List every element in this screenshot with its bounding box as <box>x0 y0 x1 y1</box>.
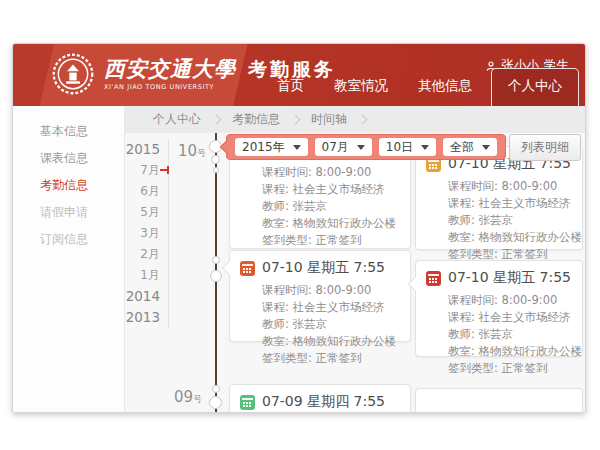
year-select-value: 2015年 <box>242 139 285 156</box>
timeline-month-07[interactable]: 7月 <box>125 160 168 181</box>
card-row-course: 课程: 社会主义市场经济 <box>448 195 572 212</box>
card-row-time: 课程时间: 8:00-9:00 <box>448 292 572 309</box>
card-row-teacher: 教师: 张芸京 <box>448 326 572 343</box>
app-header: 西安交通大學 XI'AN JIAO TONG UNIVERSITY 考勤服务 张… <box>13 44 585 106</box>
card-row-room: 教室: 格物致知行政办公楼 <box>262 215 400 232</box>
sidebar-item-subscription-info[interactable]: 订阅信息 <box>13 226 124 253</box>
card-row-signtype: 签到类型: 正常签到 <box>448 360 572 377</box>
timeline-month-01[interactable]: 1月 <box>125 265 168 286</box>
card-header: 07-10 星期五 7:55 <box>416 261 582 289</box>
filter-pointer-icon <box>220 140 234 154</box>
attendance-card: 07-10 星期五 7:55 课程时间: 8:00-9:00 课程: 社会主义市… <box>229 250 411 342</box>
card-row-room: 教室: 格物致知行政办公楼 <box>448 229 572 246</box>
scope-select[interactable]: 全部 <box>443 138 497 156</box>
university-logo-icon <box>51 52 95 96</box>
day-number: 10 <box>178 142 197 160</box>
timeline-area: 2015 7月 6月 5月 3月 2月 1月 2014 2013 10号 09号 <box>125 133 585 413</box>
card-row-teacher: 教师: 张芸京 <box>262 316 400 333</box>
timeline-node <box>209 396 222 409</box>
top-nav: 首页 教室情况 其他信息 个人中心 <box>262 68 579 106</box>
chevron-right-icon <box>358 115 368 125</box>
card-row-course: 课程: 社会主义市场经济 <box>448 309 572 326</box>
list-detail-button[interactable]: 列表明细 <box>509 134 581 161</box>
timeline-month-02[interactable]: 2月 <box>125 244 168 265</box>
attendance-card-stub <box>415 388 583 413</box>
card-title: 07-10 星期五 7:55 <box>262 259 385 277</box>
calendar-icon <box>240 395 255 410</box>
nav-classrooms[interactable]: 教室情况 <box>319 77 403 106</box>
calendar-icon <box>426 271 441 286</box>
timeline-year-2013[interactable]: 2013 <box>125 307 168 328</box>
main-panel: 个人中心 考勤信息 时间轴 2015 7月 6月 5月 3月 2月 1月 201… <box>125 106 585 413</box>
timeline-year-2014[interactable]: 2014 <box>125 286 168 307</box>
timeline-node <box>212 256 220 264</box>
selected-month-marker-icon <box>160 169 169 171</box>
breadcrumb: 个人中心 考勤信息 时间轴 <box>125 106 585 133</box>
month-label: 7月 <box>140 163 160 177</box>
month-select[interactable]: 07月 <box>315 138 372 156</box>
calendar-icon <box>240 261 255 276</box>
university-name-cn: 西安交通大學 <box>104 57 236 81</box>
year-select[interactable]: 2015年 <box>235 138 308 156</box>
nav-home[interactable]: 首页 <box>262 77 319 106</box>
date-filter-bar: 2015年 07月 10日 全部 <box>226 134 506 160</box>
timeline-year-2015[interactable]: 2015 <box>125 139 168 160</box>
chevron-right-icon <box>291 115 301 125</box>
sidebar-item-attendance-info[interactable]: 考勤信息 <box>13 172 124 199</box>
caret-down-icon <box>357 145 365 150</box>
nav-personal-center[interactable]: 个人中心 <box>491 68 579 106</box>
card-row-teacher: 教师: 张芸京 <box>262 198 400 215</box>
card-row-teacher: 教师: 张芸京 <box>448 212 572 229</box>
app-window: 西安交通大學 XI'AN JIAO TONG UNIVERSITY 考勤服务 张… <box>12 43 586 413</box>
day-label-10: 10号 <box>178 141 206 160</box>
day-label-09: 09号 <box>174 387 202 406</box>
card-row-time: 课程时间: 8:00-9:00 <box>448 178 572 195</box>
card-title: 07-10 星期五 7:55 <box>448 269 571 287</box>
card-body: 课程时间: 8:00-9:00 课程: 社会主义市场经济 教师: 张芸京 教室:… <box>416 289 582 385</box>
day-suffix: 号 <box>197 148 206 158</box>
month-select-value: 07月 <box>322 139 349 156</box>
sidebar-item-basic-info[interactable]: 基本信息 <box>13 118 124 145</box>
breadcrumb-attendance-info[interactable]: 考勤信息 <box>226 111 286 128</box>
card-row-time: 课程时间: 8:00-9:00 <box>262 164 400 181</box>
chevron-right-icon <box>212 115 222 125</box>
university-name-en: XI'AN JIAO TONG UNIVERSITY <box>104 83 236 91</box>
card-row-room: 教室: 格物致知行政办公楼 <box>262 333 400 350</box>
breadcrumb-personal-center[interactable]: 个人中心 <box>147 111 207 128</box>
day-select[interactable]: 10日 <box>379 138 436 156</box>
timeline-node <box>213 167 219 173</box>
timeline-node <box>212 385 220 393</box>
card-header: 07-09 星期四 7:55 <box>230 385 410 413</box>
sidebar: 基本信息 课表信息 考勤信息 请假申请 订阅信息 <box>13 106 125 413</box>
day-suffix: 号 <box>193 394 202 404</box>
nav-other-info[interactable]: 其他信息 <box>403 77 487 106</box>
card-body: 课程时间: 8:00-9:00 课程: 社会主义市场经济 教师: 张芸京 教室:… <box>416 175 582 271</box>
caret-down-icon <box>293 145 301 150</box>
scope-select-value: 全部 <box>450 139 474 156</box>
card-row-course: 课程: 社会主义市场经济 <box>262 181 400 198</box>
attendance-card: 07-09 星期四 7:55 <box>229 384 411 413</box>
day-number: 09 <box>174 388 193 406</box>
timeline-month-06[interactable]: 6月 <box>125 181 168 202</box>
attendance-card: 07-10 星期五 7:55 课程时间: 8:00-9:00 课程: 社会主义市… <box>415 260 583 357</box>
card-row-signtype: 签到类型: 正常签到 <box>262 232 400 249</box>
timeline-node <box>210 270 222 282</box>
card-header: 07-10 星期五 7:55 <box>230 251 410 279</box>
caret-down-icon <box>482 145 490 150</box>
card-row-room: 教室: 格物致知行政办公楼 <box>448 343 572 360</box>
sidebar-item-leave-request[interactable]: 请假申请 <box>13 199 124 226</box>
content-area: 基本信息 课表信息 考勤信息 请假申请 订阅信息 个人中心 考勤信息 时间轴 2… <box>13 106 585 413</box>
day-select-value: 10日 <box>386 139 413 156</box>
card-row-course: 课程: 社会主义市场经济 <box>262 299 400 316</box>
card-title: 07-09 星期四 7:55 <box>262 393 385 411</box>
sidebar-item-timetable-info[interactable]: 课表信息 <box>13 145 124 172</box>
caret-down-icon <box>421 145 429 150</box>
timeline-node <box>211 155 220 164</box>
attendance-card: 07-10 星期五 7:55 课程时间: 8:00-9:00 课程: 社会主义市… <box>415 146 583 250</box>
university-name: 西安交通大學 XI'AN JIAO TONG UNIVERSITY <box>104 57 236 91</box>
card-row-time: 课程时间: 8:00-9:00 <box>262 282 400 299</box>
breadcrumb-timeline[interactable]: 时间轴 <box>305 111 353 128</box>
timeline-month-05[interactable]: 5月 <box>125 202 168 223</box>
timeline-month-03[interactable]: 3月 <box>125 223 168 244</box>
card-row-signtype: 签到类型: 正常签到 <box>262 350 400 367</box>
